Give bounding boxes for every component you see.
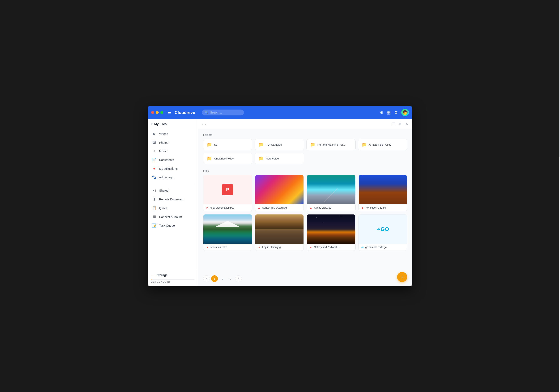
sidebar-storage: ☰ Storage 10.4 GB / 1.0 TB <box>148 270 198 286</box>
file-name: Fog in Hemu.jpg <box>262 246 281 249</box>
list-view-icon[interactable]: ☰ <box>392 122 395 126</box>
close-button[interactable] <box>151 111 154 114</box>
storage-label: Storage <box>157 274 168 277</box>
folder-name: Amazon S3 Policy <box>369 143 391 146</box>
sidebar-section-2: ⊲ Shared ⬇ Remote Download 📋 Quota 🖥 Con… <box>148 185 198 231</box>
file-card-presentation[interactable]: P P Final presentation.pp... <box>203 175 252 211</box>
sidebar-label-my-collections: My collections <box>159 167 178 170</box>
pagination-next[interactable]: > <box>235 275 242 282</box>
folder-name: PDFSamples <box>266 143 282 146</box>
sidebar-item-videos[interactable]: ▶ Videos <box>148 129 198 138</box>
header-actions: ☰ ⬆ IA <box>392 122 408 126</box>
file-browser-body: Folders 📁 S3 📁 PDFSamples 📁 Remote M <box>198 129 412 286</box>
go-logo: ➜ GO <box>377 226 389 233</box>
breadcrumb-arrow[interactable]: › <box>205 122 206 126</box>
sidebar-item-shared[interactable]: ⊲ Shared <box>148 186 198 195</box>
sidebar-label-documents: Documents <box>159 158 174 162</box>
folder-name: S3 <box>214 143 218 146</box>
folder-item[interactable]: 📁 New Folder <box>255 153 304 164</box>
file-card-galaxy[interactable]: ▲ Galaxy and Zodiacal ... <box>307 214 356 251</box>
search-input[interactable] <box>210 111 241 114</box>
doc-icon: 📄 <box>152 157 157 162</box>
traffic-lights <box>151 111 163 114</box>
file-thumbnail: P <box>203 175 252 204</box>
quota-icon: 📋 <box>152 206 157 210</box>
sidebar-divider <box>151 184 195 184</box>
files-grid: P P Final presentation.pp... ▲ <box>203 175 407 251</box>
pagination-page-2[interactable]: 2 <box>219 275 226 282</box>
sidebar-section-1: ▶ Videos 🖼 Photos ♪ Music 📄 Documents ♥ <box>148 129 198 183</box>
sidebar-label-task-queue: Task Queue <box>159 224 175 227</box>
minimize-button[interactable] <box>156 111 159 114</box>
go-file-icon: ➜ <box>361 245 364 249</box>
file-card-sunset[interactable]: ▲ Sunset in Mt.Aoyu.jpg <box>255 175 304 211</box>
hamburger-icon[interactable]: ☰ <box>168 110 171 115</box>
folder-item[interactable]: 📁 PDFSamples <box>255 139 304 150</box>
folder-item[interactable]: 📁 OneDrive Policy <box>203 153 252 164</box>
chevron-down-icon: ▾ <box>151 122 153 126</box>
fab-icon: + <box>400 274 404 280</box>
file-card-footer: P Final presentation.pp... <box>203 204 252 211</box>
folder-item[interactable]: 📁 S3 <box>203 139 252 150</box>
sidebar-item-task-queue[interactable]: 📝 Task Queue <box>148 221 198 230</box>
file-name: Mountain Lake <box>210 246 227 249</box>
folder-icon: 📁 <box>310 142 315 147</box>
download-icon: ⬇ <box>152 197 157 202</box>
tag-icon: 🐾 <box>152 175 157 180</box>
grid-icon[interactable]: ▦ <box>387 110 391 115</box>
upload-icon[interactable]: ⬆ <box>398 122 401 126</box>
sidebar-item-documents[interactable]: 📄 Documents <box>148 156 198 164</box>
search-bar: 🔍 <box>202 109 244 115</box>
sort-icon[interactable]: IA <box>404 122 408 126</box>
pagination-page-3[interactable]: 3 <box>227 275 234 282</box>
folder-item[interactable]: 📁 Remote Machine Poli... <box>306 139 356 150</box>
sidebar: ▾ My Files ▶ Videos 🖼 Photos ♪ Music 📄 <box>148 119 198 286</box>
folder-name: OneDrive Policy <box>214 157 234 160</box>
monitor-icon: 🖥 <box>152 215 157 219</box>
file-card-forbidden[interactable]: ▲ Forbidden City.jpg <box>359 175 407 211</box>
pagination-page-1[interactable]: 1 <box>211 275 218 282</box>
image-icon: ▲ <box>206 245 209 249</box>
sidebar-label-add-tag: Add a tag... <box>159 176 174 179</box>
file-thumbnail <box>255 215 304 244</box>
file-thumbnail <box>307 215 355 244</box>
folder-name: New Folder <box>266 157 280 160</box>
gear-icon[interactable]: ⚙ <box>394 110 398 115</box>
pagination: < 1 2 3 > <box>203 275 242 282</box>
file-thumbnail <box>203 215 252 244</box>
storage-bar-fill <box>151 279 151 280</box>
sidebar-item-connect-mount[interactable]: 🖥 Connect & Mount <box>148 213 198 221</box>
sidebar-item-my-collections[interactable]: ♥ My collections <box>148 164 198 173</box>
sidebar-label-quota: Quota <box>159 206 167 210</box>
breadcrumb-root[interactable]: / <box>202 122 203 126</box>
file-card-footer: ▲ Forbidden City.jpg <box>359 204 407 211</box>
sidebar-item-remote-download[interactable]: ⬇ Remote Download <box>148 195 198 204</box>
file-card-footer: ▲ Fog in Hemu.jpg <box>255 244 304 251</box>
sidebar-item-add-tag[interactable]: 🐾 Add a tag... <box>148 173 198 182</box>
sidebar-item-quota[interactable]: 📋 Quota <box>148 204 198 213</box>
settings-icon[interactable]: ⚙ <box>380 110 383 115</box>
files-label: Files <box>203 169 407 172</box>
sidebar-item-music[interactable]: ♪ Music <box>148 147 198 156</box>
file-name: Forbidden City.jpg <box>366 206 386 209</box>
folder-item[interactable]: 📁 Amazon S3 Policy <box>358 139 407 150</box>
file-thumbnail <box>307 175 355 204</box>
music-icon: ♪ <box>152 149 157 153</box>
fab-button[interactable]: + <box>397 272 407 282</box>
file-card-go[interactable]: ➜ GO ➜ go sample code.go <box>359 214 407 251</box>
app-title: Cloudreve <box>175 110 195 115</box>
image-icon: ▲ <box>309 206 312 209</box>
pagination-prev[interactable]: < <box>203 275 210 282</box>
file-name: Kanas Lake.jpg <box>314 206 331 209</box>
file-browser: / › ☰ ⬆ IA Folders <box>198 119 412 286</box>
avatar[interactable]: 🧒 <box>401 109 409 116</box>
file-card-fog[interactable]: ▲ Fog in Hemu.jpg <box>255 214 304 251</box>
sidebar-item-photos[interactable]: 🖼 Photos <box>148 138 198 147</box>
maximize-button[interactable] <box>160 111 163 114</box>
sidebar-my-files[interactable]: ▾ My Files <box>148 119 198 129</box>
file-card-kanas[interactable]: ▲ Kanas Lake.jpg <box>307 175 356 211</box>
sidebar-label-videos: Videos <box>159 132 168 136</box>
file-card-mountain[interactable]: ▲ Mountain Lake <box>203 214 252 251</box>
window: ☰ Cloudreve 🔍 ⚙ ▦ ⚙ 🧒 ▾ My Files ▶ <box>148 106 412 286</box>
file-card-footer: ▲ Sunset in Mt.Aoyu.jpg <box>255 204 304 211</box>
